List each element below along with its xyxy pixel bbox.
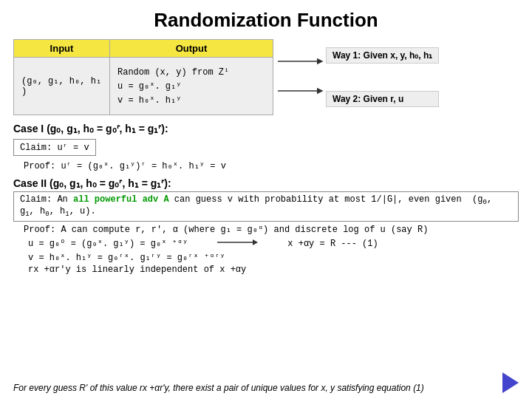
u-line: u = g₀ˣ. g₁ʸ xyxy=(117,81,265,92)
random-label: Random (x, y) from Zⁱ xyxy=(117,66,265,78)
math1a: u = g₀ᴼ = (g₀ˣ. g₁ʸ) = g₀ˣ ⁺ᵅʸ xyxy=(28,238,188,249)
v-line: v = h₀ˣ. h₁ʸ xyxy=(117,95,265,106)
math2: v = h₀ˣ. h₁ʸ = g₀ʳˣ. g₁ʳʸ = g₀ʳˣ ⁺ᵅʳʸ xyxy=(28,252,519,263)
footer-text: For every guess R' of this value rx +αr'… xyxy=(13,383,519,393)
math3: rx +αr'y is linearly independent of x +α… xyxy=(28,265,519,275)
svg-marker-3 xyxy=(253,239,258,245)
case1-claim: Claim: uʳ = v xyxy=(13,139,96,156)
case2-proof1: Proof: A can compute r, r', α (where g₁ … xyxy=(24,224,519,235)
arrows-svg xyxy=(278,47,366,113)
case1-proof: Proof: uʳ = (g₀ˣ. g₁ʸ)ʳ = h₀ˣ. h₁ʸ = v xyxy=(24,160,519,171)
case2-title: Case II (g₀, g₁, h₀ = g₀ʳ, h₁ = g₁ʳ): xyxy=(13,177,519,189)
page-title: Randomization Function xyxy=(0,0,532,39)
output-header: Output xyxy=(110,40,273,57)
diagram-table: Input Output (g₀, g₁, h₀, h₁ ) Random (x… xyxy=(13,39,273,115)
next-button[interactable] xyxy=(502,372,519,393)
math1b: x +αy = R --- (1) xyxy=(287,239,378,249)
case1-title: Case I (g₀, g₁, h₀ = g₀ʳ, h₁ = g₁ʳ): xyxy=(13,123,519,134)
long-arrow xyxy=(217,237,258,248)
input-content: (g₀, g₁, h₀, h₁ ) xyxy=(14,58,110,115)
input-header: Input xyxy=(14,40,110,57)
arrow-right-icon xyxy=(217,237,258,250)
case2-claim: Claim: An all powerful adv A can guess v… xyxy=(13,191,519,222)
output-body: Random (x, y) from Zⁱ u = g₀ˣ. g₁ʸ v = h… xyxy=(110,58,273,115)
